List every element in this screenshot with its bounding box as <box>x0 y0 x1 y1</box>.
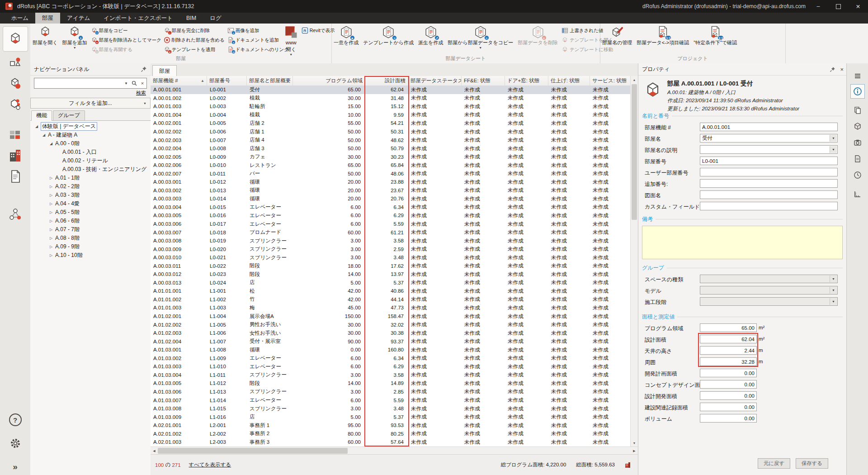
right-tool-model[interactable] <box>851 119 864 133</box>
right-tool-info[interactable] <box>850 84 865 99</box>
combo-arrow-icon[interactable]: ▼ <box>830 276 837 282</box>
expanded-icon[interactable]: ◢ <box>48 142 54 146</box>
revit-button[interactable]: Revitで表示 <box>302 26 335 35</box>
table-row[interactable]: A.01.01.003L1-003梅45.0047.73未作成未作成未作成未作成… <box>151 304 631 312</box>
column-header-2[interactable]: 部屋番号 <box>207 76 247 86</box>
table-row[interactable]: A.00.02.002L0-006店舗 150.0050.31未作成未作成未作成… <box>151 128 631 136</box>
create-unique-button[interactable]: ★一意を作成 <box>331 25 361 46</box>
nav-tab-グループ[interactable]: グループ <box>53 110 85 120</box>
column-header-8[interactable]: ドア+窓: 状態 <box>505 76 548 86</box>
sidebar-item-help[interactable]: ? <box>5 411 25 429</box>
table-row[interactable]: A.00.02.005L0-009カフェ30.0030.23未作成未作成未作成未… <box>151 152 631 161</box>
add-document-button[interactable]: +ドキュメントを追加 <box>227 36 281 44</box>
table-row[interactable]: A.02.01.001L2-001事務所 195.0093.53未作成未作成未作… <box>151 421 631 430</box>
sidebar-item-blocks[interactable] <box>5 126 25 144</box>
table-row[interactable]: A.00.03.010L0-021スプリンクラー3.003.48未作成未作成未作… <box>151 253 631 262</box>
property-input-部屋機能 #[interactable]: A.00.01.001 <box>700 123 838 131</box>
tree-item[interactable]: ▷A.07 - 7階 <box>30 225 151 234</box>
tree-item[interactable]: ◢A.00 - 0階 <box>30 139 151 148</box>
right-tool-documents[interactable] <box>851 152 864 166</box>
collapsed-icon[interactable]: ▷ <box>48 176 54 180</box>
sidebar-item-products[interactable] <box>5 74 25 92</box>
tree-item[interactable]: ▷A.08 - 8階 <box>30 234 151 242</box>
notes-textarea[interactable] <box>642 226 843 259</box>
property-input-ボリューム[interactable]: 0.00 <box>700 414 757 423</box>
collapsed-icon[interactable]: ▷ <box>48 185 54 189</box>
table-row[interactable]: A.00.01.001L0-001受付65.0062.04未作成未作成未作成未作… <box>151 86 631 94</box>
table-row[interactable]: A.00.01.002L0-002植栽30.0031.48未作成未作成未作成未作… <box>151 94 631 103</box>
menu-tab-BIM[interactable]: BIM <box>179 13 203 24</box>
column-header-7[interactable]: FF&E: 状態 <box>462 76 505 86</box>
horizontal-scrollbar[interactable]: ◀ ▶ <box>151 446 638 455</box>
table-row[interactable]: A.00.01.003L0-003駐輪所15.0015.12未作成未作成未作成未… <box>151 102 631 111</box>
sidebar-item-documents[interactable] <box>5 167 25 185</box>
tree-item[interactable]: A.00.02 - リテール <box>30 157 151 165</box>
combo-arrow-icon[interactable]: ▼ <box>830 146 837 153</box>
table-row[interactable]: A.00.02.004L0-008店舗 350.0050.79未作成未作成未作成… <box>151 144 631 153</box>
add-filter-button[interactable]: フィルタを追加... ▼ <box>30 98 151 109</box>
room-name-management-button[interactable]: 部屋名の管理 <box>600 25 634 46</box>
pin-icon[interactable] <box>830 66 835 72</box>
table-row[interactable]: A.00.03.011L0-022階段18.0017.62未作成未作成未作成未作… <box>151 261 631 270</box>
table-row[interactable]: A.01.01.002L1-002竹42.0044.14未作成未作成未作成未作成… <box>151 295 631 304</box>
table-row[interactable]: A.02.01.003L2-003事務所 360.0057.64未作成未作成未作… <box>151 438 631 446</box>
table-row[interactable]: A.00.03.006L0-017エレベーター6.005.59未作成未作成未作成… <box>151 220 631 228</box>
include-deleted-rooms-button[interactable]: 削除された部屋を含める <box>164 36 225 44</box>
table-row[interactable]: A.00.03.004L0-015エレベーター6.006.34未作成未作成未作成… <box>151 203 631 212</box>
conditional-check-button[interactable]: 1:1"特定条件下"で確認 <box>691 25 739 46</box>
table-row[interactable]: A.00.03.012L0-023階段14.0013.97未作成未作成未作成未作… <box>151 270 631 279</box>
collapsed-icon[interactable]: ▷ <box>48 236 54 240</box>
show-all-link[interactable]: すべてを表示する <box>189 461 231 468</box>
property-input-プログラム領域[interactable]: 65.00 <box>700 323 757 332</box>
property-input-設計面積[interactable]: 62.04 <box>700 335 757 343</box>
sidebar-item-building[interactable] <box>5 147 25 165</box>
table-row[interactable]: A.00.01.004L0-004植栽10.009.59未作成未作成未作成未作成… <box>151 111 631 119</box>
vertical-scrollbar[interactable]: ▲ ▼ <box>630 76 638 446</box>
table-row[interactable]: A.01.03.004L1-011スプリンクラー3.003.58未作成未作成未作… <box>151 371 631 380</box>
tree-item[interactable]: ▷A.04 - 4愛 <box>30 200 151 208</box>
table-row[interactable]: A.00.03.013L0-024店5.005.37未作成未作成未作成未作成未作… <box>151 279 631 287</box>
table-row[interactable]: A.01.03.005L1-012階段14.0014.89未作成未作成未作成未作… <box>151 379 631 388</box>
roomdata-item-check-button[interactable]: 1:1部屋データ<->項目確認 <box>634 25 691 46</box>
collapsed-icon[interactable]: ▷ <box>48 210 54 214</box>
tree-item[interactable]: ▷A.10 - 10階 <box>30 251 151 260</box>
menu-tab-アイテム[interactable]: アイテム <box>60 13 97 24</box>
room-copy-button[interactable]: =部屋をコピー <box>91 26 161 35</box>
table-row[interactable]: A.01.02.003L1-006女性お手洗い30.0030.38未作成未作成未… <box>151 329 631 337</box>
tree-item[interactable]: ◢体験版 | データベース <box>30 122 151 131</box>
property-input-部屋名[interactable]: 受付▼ <box>700 134 838 142</box>
search-icon[interactable] <box>130 81 138 86</box>
collapsed-icon[interactable]: ▷ <box>48 253 54 257</box>
table-row[interactable]: A.00.02.006L0-010レストラン65.0065.84未作成未作成未作… <box>151 161 631 170</box>
menu-tab-インポート・エクスポート[interactable]: インポート・エクスポート <box>97 13 179 24</box>
scroll-left-icon[interactable]: ◀ <box>151 449 158 453</box>
search-dropdown-arrow-icon[interactable]: ▼ <box>122 81 130 86</box>
expanded-icon[interactable]: ◢ <box>41 133 47 137</box>
vertical-scrollbar-thumb[interactable] <box>632 84 637 220</box>
table-row[interactable]: A.01.03.002L1-009エレベーター6.006.34未作成未作成未作成… <box>151 354 631 363</box>
collapsed-icon[interactable]: ▷ <box>48 228 54 232</box>
apply-template-button[interactable]: ≡テンプレートを適用 <box>164 45 225 54</box>
property-input-周囲[interactable]: 32.28 <box>700 357 757 366</box>
table-row[interactable]: A.01.03.008L1-015スプリンクラー3.003.48未作成未作成未作… <box>151 404 631 413</box>
room-add-button[interactable]: +部屋を追加▼ <box>60 25 90 49</box>
undo-button[interactable]: 元に戻す <box>758 458 790 469</box>
clear-search-icon[interactable]: × <box>138 81 146 86</box>
scroll-down-icon[interactable]: ▼ <box>631 439 638 446</box>
tree-item[interactable]: ▷A.03 - 3階 <box>30 191 151 200</box>
tree-item[interactable]: A.00.01 - 入口 <box>30 148 151 157</box>
table-row[interactable]: A.01.03.001L1-008循環0.00160.80未作成未作成未作成未作… <box>151 346 631 354</box>
document-link-button[interactable]: ∞ドキュメントへのリンク <box>227 45 281 54</box>
column-header-10[interactable]: サービス: 状態 <box>590 76 631 86</box>
create-from-template-button[interactable]: =テンプレートから作成 <box>361 25 416 46</box>
table-row[interactable]: A.01.03.006L1-013スプリンクラー3.002.85未作成未作成未作… <box>151 388 631 396</box>
table-row[interactable]: A.00.03.003L0-014循環20.0020.76未作成未作成未作成未作… <box>151 195 631 203</box>
tree-item[interactable]: ▷A.02 - 2階 <box>30 182 151 191</box>
combo-arrow-icon[interactable]: ▼ <box>830 287 837 294</box>
collapsed-icon[interactable]: ▷ <box>48 193 54 197</box>
table-row[interactable]: A.00.03.005L0-016エレベーター6.006.29未作成未作成未作成… <box>151 211 631 220</box>
right-tool-camera[interactable] <box>851 136 864 149</box>
tab-rooms[interactable]: 部屋 <box>152 65 177 76</box>
table-row[interactable]: A.01.02.004L1-007受付・展示室90.0093.37未作成未作成未… <box>151 337 631 346</box>
combo-arrow-icon[interactable]: ▼ <box>830 135 837 142</box>
